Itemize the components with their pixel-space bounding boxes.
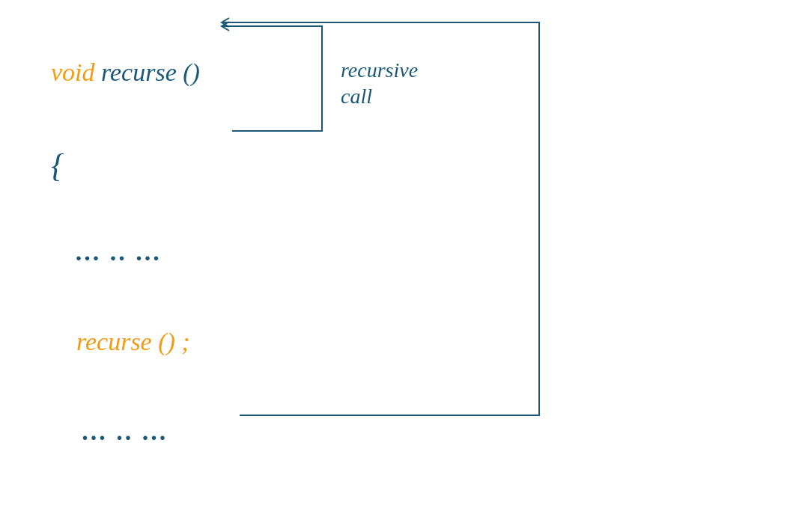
ellipsis-1: ... .. ...: [76, 238, 162, 266]
annotation-line-2: call: [341, 85, 372, 108]
recurse-call-tail-inner: () ;: [158, 328, 189, 355]
body-dots-2: ... .. ...: [51, 419, 200, 458]
ellipsis-2: ... .. ...: [83, 418, 169, 445]
recurse-function-header: void recurse (): [51, 60, 200, 99]
brace-open-1: {: [51, 147, 64, 184]
body-dots-1: ... .. ...: [51, 239, 200, 278]
keyword-void: void: [51, 58, 95, 86]
code-block: void recurse () { ... .. ... recurse () …: [51, 9, 200, 532]
recurse-call-name-inner: recurse: [76, 328, 152, 355]
annotation-line-1: recursive: [341, 58, 418, 82]
recursive-call-inner: recurse () ;: [51, 329, 200, 368]
diagram-stage: void recurse () { ... .. ... recurse () …: [0, 0, 808, 532]
recursive-call-annotation: recursive call: [341, 57, 418, 109]
spacer-1: [51, 509, 200, 528]
recurse-parens: (): [183, 58, 200, 86]
func-name-recurse: recurse: [101, 58, 177, 86]
open-brace-1: {: [51, 150, 200, 189]
